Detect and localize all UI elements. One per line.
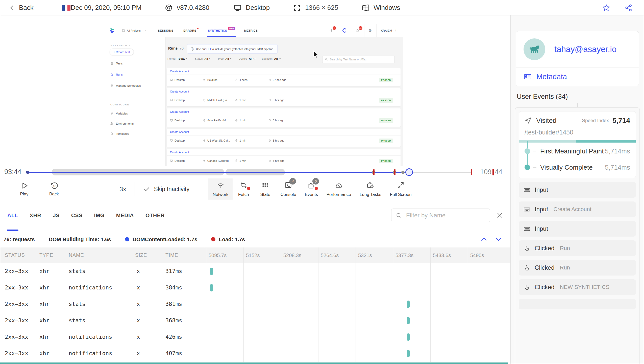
request-timing-bar bbox=[210, 268, 213, 275]
play-button[interactable]: Play bbox=[14, 178, 34, 200]
network-tab[interactable]: OTHER bbox=[145, 200, 165, 231]
run-device: Desktop bbox=[170, 159, 185, 162]
skip-back-button[interactable]: 10 Back bbox=[44, 178, 64, 200]
column-header-time: TIME bbox=[165, 252, 178, 258]
loading-spinner-icon bbox=[338, 24, 351, 37]
close-panel-icon[interactable] bbox=[496, 212, 503, 219]
paint-metric-row: First Meaningful Paint 5,714ms bbox=[525, 143, 630, 159]
info-icon: i bbox=[191, 47, 194, 51]
user-identity: tahay@asayer.io bbox=[516, 31, 639, 67]
favorite-star-icon[interactable] bbox=[602, 4, 610, 12]
share-icon[interactable] bbox=[625, 4, 633, 12]
timeline-remaining-track[interactable] bbox=[409, 172, 472, 173]
run-card: Create Account Desktop Belgium bbox=[167, 68, 401, 86]
network-tab[interactable]: XHR bbox=[30, 200, 41, 231]
panel-button[interactable]: State bbox=[254, 178, 276, 200]
device-label: Desktop bbox=[246, 4, 270, 12]
chevron-down-icon bbox=[279, 58, 281, 59]
timeline-played-track[interactable] bbox=[28, 172, 409, 173]
network-tab[interactable]: MEDIA bbox=[116, 200, 134, 231]
user-email: tahay@asayer.io bbox=[554, 44, 616, 54]
filter-by-name-input[interactable] bbox=[406, 212, 486, 219]
replayed-nav-tab: SESSIONS bbox=[158, 24, 173, 37]
chevron-left-icon bbox=[9, 5, 15, 11]
user-card: tahay@asayer.io Metadata bbox=[516, 31, 639, 86]
panel-button[interactable]: Full Screen bbox=[386, 178, 416, 200]
playhead-handle[interactable] bbox=[405, 168, 413, 176]
user-event-row[interactable]: Clicked Run bbox=[519, 260, 636, 276]
browser-version: v87.0.4280 bbox=[177, 4, 209, 12]
player-controls: Play 10 Back 3x Skip Inactivity bbox=[0, 178, 510, 200]
chevron-down-icon[interactable] bbox=[495, 236, 502, 243]
status-badge: PASSED bbox=[379, 139, 393, 143]
run-name: Create Account bbox=[167, 108, 401, 115]
user-event-row[interactable]: Input bbox=[519, 221, 636, 237]
run-duration: 1 min bbox=[235, 139, 246, 142]
sidebar-nav: Tests Runs Manage Schedules bbox=[110, 61, 141, 88]
panel-button[interactable]: Network bbox=[208, 178, 233, 200]
user-events-title: User Events (34) bbox=[517, 93, 644, 101]
speed-index-label: Speed Index bbox=[582, 118, 609, 123]
metadata-button[interactable]: Metadata bbox=[516, 67, 639, 86]
chevron-down-icon bbox=[254, 58, 255, 59]
panel-button[interactable]: 6 Events bbox=[301, 178, 322, 200]
error-marker[interactable] bbox=[394, 169, 395, 175]
replayed-nav-tabs: SESSIONS ERRORS SYNTHETICS NEW bbox=[158, 24, 258, 37]
run-location: Middle East (Ba... bbox=[203, 99, 229, 102]
user-event-row[interactable]: Input Create Account bbox=[519, 201, 636, 217]
network-request-row[interactable]: 2xx–3xx xhr stats x 381ms bbox=[0, 296, 510, 312]
project-selector: All Projects bbox=[118, 24, 149, 37]
network-tab[interactable]: CSS bbox=[71, 200, 83, 231]
event-dot[interactable] bbox=[401, 171, 405, 174]
sidebar-item: Environments bbox=[110, 121, 134, 126]
visited-event-card[interactable]: Visited Speed Index 5,714 /test-builder/… bbox=[519, 111, 636, 178]
run-name: Create Account bbox=[167, 129, 401, 135]
os-info: Windows bbox=[361, 4, 400, 12]
alert-dot bbox=[315, 187, 318, 190]
playback-timeline[interactable]: 93:44 109 44 bbox=[0, 166, 510, 178]
panel-button[interactable]: 4 Console bbox=[276, 178, 300, 200]
error-marker[interactable] bbox=[471, 169, 472, 175]
playback-speed-button[interactable]: 3x bbox=[119, 186, 126, 193]
panel-button[interactable]: Performance bbox=[322, 178, 355, 200]
app-logo-icon bbox=[109, 27, 115, 34]
run-name: Create Account bbox=[167, 88, 401, 95]
filter-input-box bbox=[391, 209, 490, 222]
network-request-row[interactable]: 2xx–3xx xhr notifications x 407ms bbox=[0, 345, 510, 362]
back-button[interactable]: Back bbox=[9, 4, 34, 12]
event-type-icon bbox=[524, 225, 530, 232]
session-country-date bbox=[62, 5, 71, 11]
panel-button[interactable]: Fetch bbox=[233, 178, 254, 200]
sidebar-item-icon bbox=[110, 62, 114, 65]
new-badge: NEW bbox=[228, 27, 235, 30]
network-request-row[interactable]: 2xx–3xx xhr notifications x 384ms bbox=[0, 280, 510, 296]
chevron-down-icon bbox=[230, 58, 232, 59]
chevron-up-icon[interactable] bbox=[480, 236, 488, 243]
user-event-row[interactable]: Input bbox=[519, 182, 636, 198]
run-name: Create Account bbox=[167, 149, 401, 156]
network-request-row[interactable]: 2xx–3xx xhr stats x 317ms bbox=[0, 263, 510, 280]
column-header-name: NAME bbox=[69, 252, 84, 258]
sidebar-item: Runs bbox=[110, 72, 141, 77]
run-duration: 1 min bbox=[235, 159, 246, 162]
run-duration: 1 min bbox=[235, 119, 246, 122]
paint-metrics: First Meaningful Paint 5,714ms Visually … bbox=[525, 143, 630, 175]
bell-badge: 33 bbox=[359, 26, 362, 30]
network-tab[interactable]: IMG bbox=[94, 200, 105, 231]
network-tab[interactable]: ALL bbox=[7, 200, 18, 231]
status-badge: PASSED bbox=[379, 78, 393, 82]
device-info: Desktop bbox=[234, 4, 270, 12]
notifications-bell-icon: 33 bbox=[351, 24, 364, 37]
network-tab[interactable]: JS bbox=[53, 200, 60, 231]
user-event-row[interactable]: Clicked NEW SYNTHETICS bbox=[519, 279, 636, 295]
error-marker[interactable] bbox=[373, 169, 375, 175]
replayed-nav-tab: SYNTHETICS NEW bbox=[208, 24, 234, 37]
cli-link: CLI bbox=[207, 48, 211, 51]
panel-button[interactable]: Long Tasks bbox=[355, 178, 386, 200]
run-name: Create Account bbox=[167, 68, 401, 75]
network-request-row[interactable]: 2xx–3xx xhr stats x 368ms bbox=[0, 312, 510, 329]
user-event-row[interactable]: Clicked Run bbox=[519, 240, 636, 256]
skip-inactivity-toggle[interactable]: Skip Inactivity bbox=[143, 178, 189, 200]
network-request-row[interactable]: 2xx–3xx xhr notifications x 426ms bbox=[0, 329, 510, 345]
divider bbox=[135, 182, 135, 196]
